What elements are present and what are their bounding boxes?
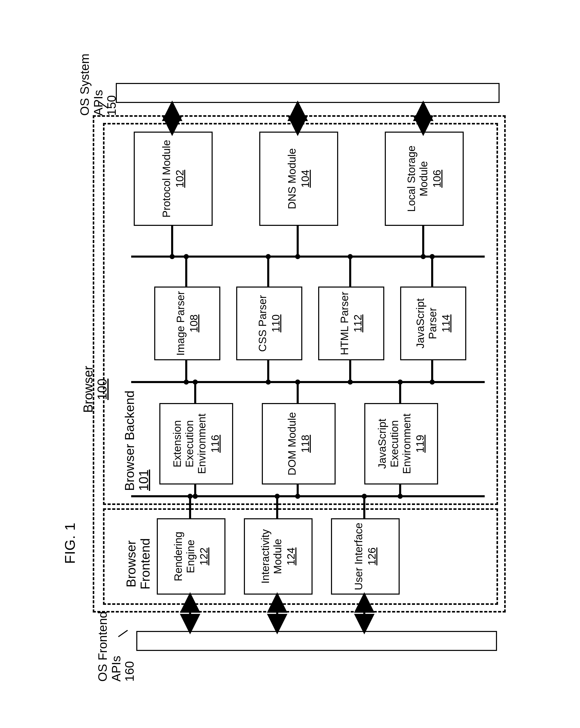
diagram: FIG. 1 Browser 100 OS System APIs 150 OS… [47, 31, 533, 697]
arrows [47, 31, 533, 697]
